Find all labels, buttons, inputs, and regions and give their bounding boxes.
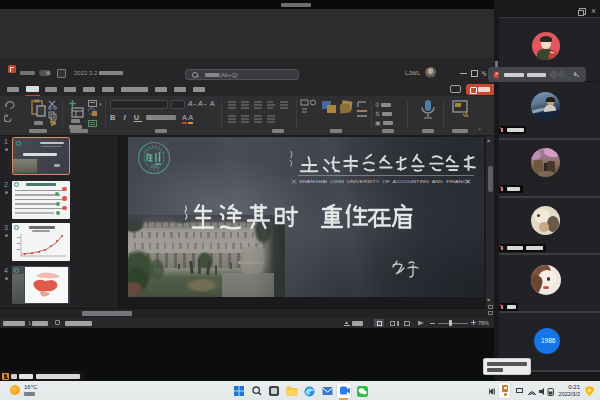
svg-text:▾: ▾ <box>99 101 102 107</box>
svg-text:1928: 1928 <box>151 164 158 168</box>
svg-text:SHANGHAI LIXIN UNIVERSITY O: SHANGHAI LIXIN UNIVERSITY OF ACCOUNTING … <box>299 180 471 184</box>
